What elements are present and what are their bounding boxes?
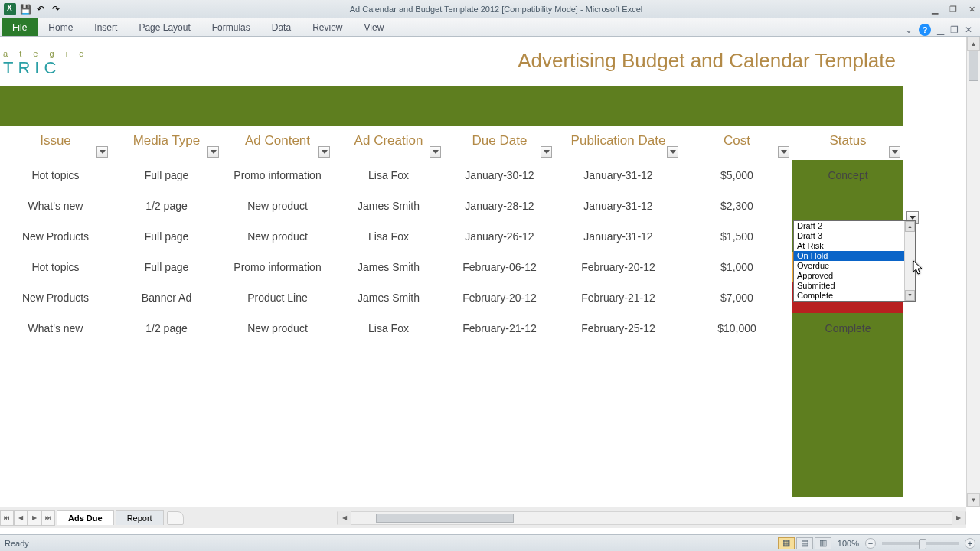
dropdown-item[interactable]: Submitted (794, 281, 915, 291)
cell-empty[interactable] (555, 374, 681, 405)
cell-content[interactable]: Promo information (222, 160, 333, 191)
cell-empty[interactable] (555, 435, 681, 466)
cell-media[interactable]: Full page (111, 160, 222, 191)
cell-cost[interactable]: $1,500 (681, 221, 792, 252)
cell-empty[interactable] (333, 466, 444, 497)
tab-data[interactable]: Data (261, 19, 302, 36)
cell-empty[interactable] (555, 405, 681, 435)
cell-empty[interactable] (444, 374, 555, 405)
file-tab[interactable]: File (2, 18, 38, 36)
sheet-tab-ads-due[interactable]: Ads Due (57, 510, 114, 525)
filter-button[interactable] (778, 146, 789, 158)
cell-cost[interactable]: $10,000 (681, 313, 792, 344)
cell-empty[interactable] (444, 466, 555, 497)
cell-empty[interactable] (111, 405, 222, 435)
cell-empty[interactable] (681, 435, 792, 466)
cell-empty[interactable] (111, 344, 222, 374)
workbook-close-icon[interactable]: ✕ (965, 24, 972, 35)
cell-status[interactable] (792, 466, 903, 497)
horizontal-scrollbar[interactable]: ◀ ▶ (337, 511, 966, 525)
workbook-restore-icon[interactable]: ❐ (950, 24, 959, 35)
cell-issue[interactable]: New Products (0, 282, 111, 313)
scroll-thumb[interactable] (969, 51, 978, 81)
cell-content[interactable]: New product (222, 191, 333, 221)
cell-empty[interactable] (333, 435, 444, 466)
cell-empty[interactable] (0, 374, 111, 405)
zoom-slider[interactable] (882, 542, 959, 545)
tab-home[interactable]: Home (38, 19, 83, 36)
dropdown-scroll-up[interactable]: ▲ (905, 221, 915, 232)
filter-button[interactable] (207, 146, 219, 158)
cell-content[interactable]: New product (222, 221, 333, 252)
cell-status[interactable] (792, 405, 903, 435)
cell-pub[interactable]: January-31-12 (555, 221, 681, 252)
tab-view[interactable]: View (354, 19, 395, 36)
cell-pub[interactable]: February-21-12 (555, 282, 681, 313)
cell-cost[interactable]: $5,000 (681, 160, 792, 191)
cell-empty[interactable] (0, 435, 111, 466)
cell-status[interactable]: Concept (792, 160, 903, 191)
cell-empty[interactable] (681, 405, 792, 435)
redo-button[interactable]: ↷ (49, 2, 63, 16)
filter-button[interactable] (430, 146, 441, 158)
cell-empty[interactable] (333, 374, 444, 405)
tab-nav-first[interactable]: ⏮ (0, 510, 14, 526)
cell-creation[interactable]: James Smith (333, 252, 444, 282)
cell-status[interactable]: Complete (792, 313, 903, 344)
help-icon[interactable]: ? (919, 24, 931, 36)
cell-empty[interactable] (222, 344, 333, 374)
undo-button[interactable]: ↶ (34, 2, 47, 16)
cell-media[interactable]: Full page (111, 252, 222, 282)
filter-button[interactable] (96, 146, 108, 158)
cell-empty[interactable] (222, 374, 333, 405)
tab-nav-next[interactable]: ▶ (28, 510, 41, 526)
cell-empty[interactable] (444, 405, 555, 435)
cell-issue[interactable]: Hot topics (0, 252, 111, 282)
save-button[interactable]: 💾 (18, 2, 32, 16)
cell-content[interactable]: Product Line (222, 282, 333, 313)
tab-review[interactable]: Review (302, 19, 353, 36)
dropdown-item[interactable]: Draft 3 (794, 231, 915, 241)
hscroll-left[interactable]: ◀ (338, 511, 351, 525)
workbook-minimize-icon[interactable]: ▁ (937, 24, 944, 35)
cell-issue[interactable]: Hot topics (0, 160, 111, 191)
dropdown-item[interactable]: Approved (794, 271, 915, 281)
cell-empty[interactable] (111, 435, 222, 466)
cell-due[interactable]: January-28-12 (444, 191, 555, 221)
cell-empty[interactable] (333, 344, 444, 374)
cell-status[interactable] (792, 344, 903, 374)
cell-creation[interactable]: Lisa Fox (333, 221, 444, 252)
cell-media[interactable]: 1/2 page (111, 191, 222, 221)
sheet-tab-report[interactable]: Report (116, 510, 164, 525)
cell-empty[interactable] (0, 405, 111, 435)
hscroll-right[interactable]: ▶ (952, 511, 965, 525)
zoom-in-button[interactable]: + (965, 538, 975, 549)
new-sheet-button[interactable] (167, 511, 184, 525)
cell-empty[interactable] (681, 374, 792, 405)
tab-formulas[interactable]: Formulas (201, 19, 261, 36)
filter-button[interactable] (541, 146, 552, 158)
cell-pub[interactable]: February-25-12 (555, 313, 681, 344)
dropdown-item[interactable]: At Risk (794, 241, 915, 251)
cell-status[interactable] (792, 374, 903, 405)
cell-issue[interactable]: New Products (0, 221, 111, 252)
cell-due[interactable]: January-26-12 (444, 221, 555, 252)
cell-status[interactable] (792, 191, 903, 221)
cell-media[interactable]: 1/2 page (111, 313, 222, 344)
dropdown-item[interactable]: On Hold (794, 251, 915, 261)
filter-button[interactable] (318, 146, 330, 158)
cell-due[interactable]: February-06-12 (444, 252, 555, 282)
cell-empty[interactable] (681, 344, 792, 374)
tab-insert[interactable]: Insert (83, 19, 128, 36)
filter-button[interactable] (667, 146, 678, 158)
cell-empty[interactable] (444, 344, 555, 374)
cell-creation[interactable]: Lisa Fox (333, 160, 444, 191)
minimize-button[interactable]: ▁ (929, 5, 940, 14)
cell-status[interactable] (792, 435, 903, 466)
cell-pub[interactable]: January-31-12 (555, 160, 681, 191)
cell-issue[interactable]: What's new (0, 191, 111, 221)
cell-creation[interactable]: James Smith (333, 282, 444, 313)
dropdown-item[interactable]: Complete (794, 291, 915, 301)
cell-empty[interactable] (555, 466, 681, 497)
vertical-scrollbar[interactable]: ▲ ▼ (966, 37, 980, 507)
